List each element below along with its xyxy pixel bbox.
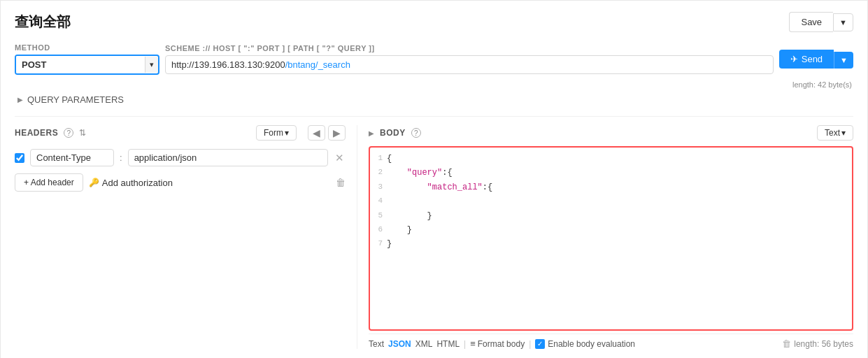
- collapse-left-button[interactable]: ◀: [308, 125, 325, 141]
- body-bottom-bar: Text JSON XML HTML | ≡ Format body | ✓ E…: [369, 334, 853, 349]
- query-params-label: QUERY PARAMETERS: [27, 94, 124, 105]
- format-json-link[interactable]: JSON: [388, 339, 411, 349]
- url-group: SCHEME :// HOST [ ":" PORT ] [ PATH [ "?…: [165, 44, 774, 74]
- method-select-wrap: ▾: [15, 55, 159, 75]
- remove-header-button[interactable]: ✕: [334, 152, 346, 164]
- body-code-editor[interactable]: 1 { 2 "query":{ 3 "match_all":{ 4: [369, 146, 853, 331]
- format-html-link[interactable]: HTML: [436, 339, 460, 349]
- code-line-5: 5 }: [373, 209, 849, 223]
- headers-sort-icon[interactable]: ⇅: [79, 128, 86, 138]
- body-expand-arrow[interactable]: ▶: [369, 129, 374, 137]
- method-dropdown-button[interactable]: ▾: [145, 57, 158, 73]
- scheme-label: SCHEME :// HOST [ ":" PORT ] [ PATH [ "?…: [165, 44, 774, 52]
- send-button[interactable]: ✈ Send: [779, 50, 834, 69]
- header-row: : ✕: [15, 149, 346, 166]
- headers-label: HEADERS: [15, 128, 58, 138]
- format-text-link[interactable]: Text: [369, 339, 384, 349]
- send-button-group: ✈ Send ▼: [779, 50, 853, 69]
- body-format-arrow: ▾: [841, 128, 846, 138]
- body-info-icon[interactable]: ?: [411, 128, 421, 138]
- format-body-label: Format body: [478, 339, 525, 349]
- code-line-7: 7 }: [373, 237, 849, 251]
- header-checkbox[interactable]: [15, 153, 24, 163]
- save-dropdown-button[interactable]: ▼: [833, 13, 853, 31]
- code-line-2: 2 "query":{: [373, 166, 849, 180]
- format-body-icon: ≡: [470, 338, 476, 349]
- url-length-info: length: 42 byte(s): [15, 80, 853, 89]
- add-authorization-button[interactable]: 🔑 Add authorization: [89, 178, 173, 188]
- add-header-button[interactable]: + Add header: [15, 173, 83, 192]
- add-auth-label: Add authorization: [102, 178, 173, 188]
- bottom-panel: HEADERS ? ⇅ Form ▾ ◀ ▶ : ✕: [15, 125, 853, 349]
- headers-form-button[interactable]: Form ▾: [256, 125, 297, 141]
- page-title: 查询全部: [15, 13, 71, 31]
- body-format-label: Text: [825, 128, 840, 138]
- format-xml-link[interactable]: XML: [415, 339, 433, 349]
- save-button-group: Save ▼: [789, 12, 853, 32]
- send-label: Send: [802, 54, 823, 64]
- url-display[interactable]: http://139.196.183.130:9200/bntang/_sear…: [165, 55, 774, 74]
- send-dropdown-arrow: ▼: [840, 56, 848, 64]
- key-icon: 🔑: [89, 178, 99, 187]
- code-line-6: 6 }: [373, 223, 849, 237]
- method-label: METHOD: [15, 43, 159, 52]
- method-input[interactable]: [16, 56, 145, 73]
- headers-form-arrow: ▾: [285, 128, 289, 138]
- header-key-input[interactable]: [30, 149, 114, 166]
- query-params-arrow: ▶: [17, 96, 23, 103]
- separator-2: |: [529, 339, 531, 349]
- headers-trash-icon[interactable]: 🗑: [336, 177, 346, 188]
- body-panel: ▶ BODY ? Text ▾ 1 { 2 "query":{: [357, 125, 853, 349]
- format-body-button[interactable]: ≡ Format body: [470, 338, 525, 349]
- header-value-input[interactable]: [128, 149, 328, 166]
- code-line-1: 1 {: [373, 152, 849, 166]
- headers-info-icon[interactable]: ?: [64, 128, 73, 138]
- colon-separator: :: [120, 152, 122, 163]
- method-dropdown-arrow: ▾: [150, 60, 154, 69]
- save-button[interactable]: Save: [789, 12, 833, 32]
- enable-eval-label: Enable body evaluation: [548, 339, 635, 349]
- body-format-options: Text JSON XML HTML | ≡ Format body | ✓ E…: [369, 338, 635, 349]
- save-dropdown-arrow: ▼: [839, 18, 847, 27]
- headers-form-label: Form: [264, 128, 283, 138]
- body-length-info-group: 🗑 length: 56 bytes: [782, 338, 853, 349]
- separator-1: |: [464, 339, 466, 349]
- code-line-4: 4: [373, 194, 849, 208]
- url-path: /bntang/_search: [285, 59, 350, 70]
- body-trash-icon[interactable]: 🗑: [782, 338, 791, 349]
- url-scheme: http://139.196.183.130:9200: [171, 59, 285, 70]
- code-line-3: 3 "match_all":{: [373, 180, 849, 194]
- headers-panel-header: HEADERS ? ⇅ Form ▾ ◀ ▶: [15, 125, 346, 141]
- divider: [15, 116, 853, 117]
- collapse-right-button[interactable]: ▶: [328, 125, 346, 141]
- enable-eval-group: ✓ Enable body evaluation: [535, 339, 635, 349]
- collapse-buttons: ◀ ▶: [308, 125, 346, 141]
- method-group: METHOD ▾: [15, 43, 159, 75]
- body-panel-header: ▶ BODY ? Text ▾: [369, 125, 853, 141]
- body-format-button[interactable]: Text ▾: [817, 125, 853, 141]
- headers-panel: HEADERS ? ⇅ Form ▾ ◀ ▶ : ✕: [15, 125, 357, 349]
- body-length-info: length: 56 bytes: [794, 339, 853, 349]
- send-dropdown-button[interactable]: ▼: [834, 52, 853, 69]
- headers-buttons-row: + Add header 🔑 Add authorization 🗑: [15, 173, 346, 192]
- enable-eval-checkbox[interactable]: ✓: [535, 339, 545, 349]
- send-icon: ✈: [790, 54, 798, 64]
- query-params-row[interactable]: ▶ QUERY PARAMETERS: [17, 94, 853, 105]
- url-row: METHOD ▾ SCHEME :// HOST [ ":" PORT ] [ …: [15, 43, 853, 75]
- body-label: BODY: [380, 128, 406, 138]
